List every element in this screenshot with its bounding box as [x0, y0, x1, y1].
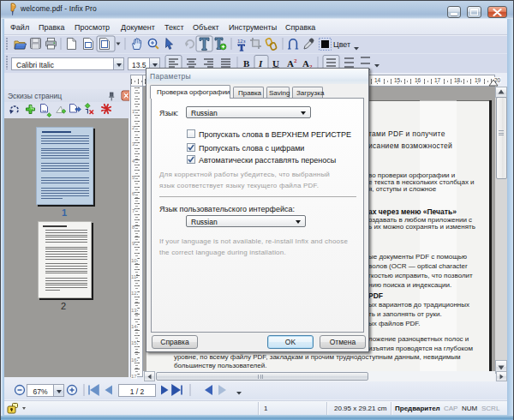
svg-text:U: U [272, 58, 279, 69]
svg-text:Цвет: Цвет [333, 40, 350, 49]
svg-text:B: B [243, 58, 250, 69]
svg-text:2: 2 [294, 57, 297, 64]
svg-text:12з: 12з [237, 39, 246, 44]
svg-text:I: I [258, 58, 263, 69]
svg-text:A: A [287, 58, 294, 69]
svg-text:A: A [302, 58, 309, 69]
